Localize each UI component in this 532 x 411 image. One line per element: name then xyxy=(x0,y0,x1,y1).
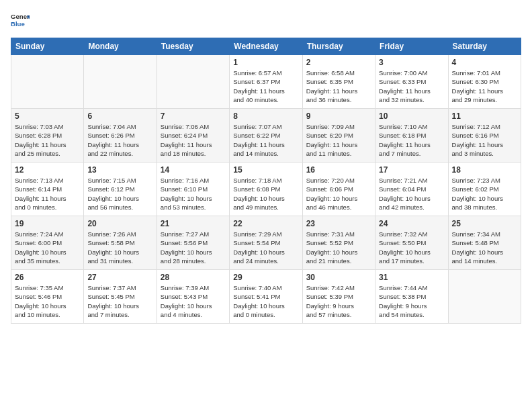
weekday-header-saturday: Saturday xyxy=(448,38,521,55)
calendar-cell: 17Sunrise: 7:21 AM Sunset: 6:04 PM Dayli… xyxy=(375,163,448,216)
day-number: 23 xyxy=(306,219,371,228)
calendar-cell: 6Sunrise: 7:04 AM Sunset: 6:26 PM Daylig… xyxy=(84,109,157,163)
svg-text:Blue: Blue xyxy=(11,20,25,28)
svg-text:General: General xyxy=(11,13,30,20)
day-number: 10 xyxy=(379,111,444,121)
day-number: 5 xyxy=(15,111,80,121)
day-info: Sunrise: 7:04 AM Sunset: 6:26 PM Dayligh… xyxy=(87,122,152,158)
day-number: 22 xyxy=(233,219,298,228)
calendar-cell: 15Sunrise: 7:18 AM Sunset: 6:08 PM Dayli… xyxy=(230,163,302,216)
calendar-cell: 10Sunrise: 7:10 AM Sunset: 6:18 PM Dayli… xyxy=(375,109,448,163)
day-number: 8 xyxy=(233,111,298,121)
day-info: Sunrise: 7:16 AM Sunset: 6:10 PM Dayligh… xyxy=(161,176,226,212)
day-info: Sunrise: 7:21 AM Sunset: 6:04 PM Dayligh… xyxy=(379,176,444,212)
calendar-cell: 1Sunrise: 6:57 AM Sunset: 6:37 PM Daylig… xyxy=(230,55,302,109)
calendar-cell: 12Sunrise: 7:13 AM Sunset: 6:14 PM Dayli… xyxy=(11,163,84,216)
calendar-cell: 4Sunrise: 7:01 AM Sunset: 6:30 PM Daylig… xyxy=(448,55,521,109)
day-number: 15 xyxy=(233,165,298,175)
day-number: 17 xyxy=(379,165,444,175)
weekday-header-row: SundayMondayTuesdayWednesdayThursdayFrid… xyxy=(11,38,521,55)
calendar-cell: 8Sunrise: 7:07 AM Sunset: 6:22 PM Daylig… xyxy=(230,109,302,163)
day-number: 26 xyxy=(15,273,80,282)
weekday-header-thursday: Thursday xyxy=(302,38,375,55)
day-info: Sunrise: 6:57 AM Sunset: 6:37 PM Dayligh… xyxy=(233,68,298,104)
calendar-cell: 26Sunrise: 7:35 AM Sunset: 5:46 PM Dayli… xyxy=(11,270,84,324)
calendar-cell: 21Sunrise: 7:27 AM Sunset: 5:56 PM Dayli… xyxy=(157,216,229,270)
day-info: Sunrise: 7:34 AM Sunset: 5:48 PM Dayligh… xyxy=(452,230,517,265)
calendar-cell xyxy=(157,55,229,109)
calendar-week-1: 1Sunrise: 6:57 AM Sunset: 6:37 PM Daylig… xyxy=(11,55,521,109)
day-info: Sunrise: 7:27 AM Sunset: 5:56 PM Dayligh… xyxy=(161,230,226,265)
day-number: 6 xyxy=(87,111,152,121)
day-number: 30 xyxy=(306,273,371,282)
calendar-cell: 19Sunrise: 7:24 AM Sunset: 6:00 PM Dayli… xyxy=(11,216,84,270)
calendar-cell: 24Sunrise: 7:32 AM Sunset: 5:50 PM Dayli… xyxy=(375,216,448,270)
logo: General Blue xyxy=(11,11,30,30)
day-info: Sunrise: 7:07 AM Sunset: 6:22 PM Dayligh… xyxy=(233,122,298,158)
weekday-header-wednesday: Wednesday xyxy=(230,38,302,55)
day-number: 28 xyxy=(161,273,226,282)
day-info: Sunrise: 7:01 AM Sunset: 6:30 PM Dayligh… xyxy=(452,68,517,104)
day-number: 24 xyxy=(379,219,444,228)
day-info: Sunrise: 7:23 AM Sunset: 6:02 PM Dayligh… xyxy=(452,176,517,212)
day-number: 19 xyxy=(15,219,80,228)
day-number: 4 xyxy=(452,58,517,67)
day-number: 18 xyxy=(452,165,517,175)
day-info: Sunrise: 7:10 AM Sunset: 6:18 PM Dayligh… xyxy=(379,122,444,158)
weekday-header-sunday: Sunday xyxy=(11,38,84,55)
day-info: Sunrise: 7:39 AM Sunset: 5:43 PM Dayligh… xyxy=(161,283,226,319)
day-number: 3 xyxy=(379,58,444,67)
day-number: 31 xyxy=(379,273,444,282)
day-info: Sunrise: 7:00 AM Sunset: 6:33 PM Dayligh… xyxy=(379,68,444,104)
day-number: 27 xyxy=(87,273,152,282)
day-info: Sunrise: 7:15 AM Sunset: 6:12 PM Dayligh… xyxy=(87,176,152,212)
day-info: Sunrise: 7:42 AM Sunset: 5:39 PM Dayligh… xyxy=(306,283,371,319)
day-info: Sunrise: 7:29 AM Sunset: 5:54 PM Dayligh… xyxy=(233,230,298,265)
calendar-cell: 2Sunrise: 6:58 AM Sunset: 6:35 PM Daylig… xyxy=(302,55,375,109)
day-info: Sunrise: 7:09 AM Sunset: 6:20 PM Dayligh… xyxy=(306,122,371,158)
page-header: General Blue xyxy=(11,11,521,30)
day-info: Sunrise: 7:32 AM Sunset: 5:50 PM Dayligh… xyxy=(379,230,444,265)
calendar-cell: 29Sunrise: 7:40 AM Sunset: 5:41 PM Dayli… xyxy=(230,270,302,324)
logo-icon: General Blue xyxy=(11,11,30,30)
day-number: 25 xyxy=(452,219,517,228)
day-number: 2 xyxy=(306,58,371,67)
calendar-cell: 14Sunrise: 7:16 AM Sunset: 6:10 PM Dayli… xyxy=(157,163,229,216)
calendar-cell: 3Sunrise: 7:00 AM Sunset: 6:33 PM Daylig… xyxy=(375,55,448,109)
calendar-cell: 16Sunrise: 7:20 AM Sunset: 6:06 PM Dayli… xyxy=(302,163,375,216)
calendar-cell: 9Sunrise: 7:09 AM Sunset: 6:20 PM Daylig… xyxy=(302,109,375,163)
weekday-header-monday: Monday xyxy=(84,38,157,55)
calendar-cell: 31Sunrise: 7:44 AM Sunset: 5:38 PM Dayli… xyxy=(375,270,448,324)
day-info: Sunrise: 7:31 AM Sunset: 5:52 PM Dayligh… xyxy=(306,230,371,265)
day-info: Sunrise: 7:13 AM Sunset: 6:14 PM Dayligh… xyxy=(15,176,80,212)
day-info: Sunrise: 7:37 AM Sunset: 5:45 PM Dayligh… xyxy=(87,283,152,319)
calendar-cell xyxy=(448,270,521,324)
calendar-cell: 30Sunrise: 7:42 AM Sunset: 5:39 PM Dayli… xyxy=(302,270,375,324)
day-number: 7 xyxy=(161,111,226,121)
calendar-cell: 18Sunrise: 7:23 AM Sunset: 6:02 PM Dayli… xyxy=(448,163,521,216)
day-info: Sunrise: 7:26 AM Sunset: 5:58 PM Dayligh… xyxy=(87,230,152,265)
calendar-cell: 7Sunrise: 7:06 AM Sunset: 6:24 PM Daylig… xyxy=(157,109,229,163)
day-info: Sunrise: 7:12 AM Sunset: 6:16 PM Dayligh… xyxy=(452,122,517,158)
calendar-cell xyxy=(11,55,84,109)
day-info: Sunrise: 7:35 AM Sunset: 5:46 PM Dayligh… xyxy=(15,283,80,319)
calendar-week-3: 12Sunrise: 7:13 AM Sunset: 6:14 PM Dayli… xyxy=(11,163,521,216)
day-info: Sunrise: 6:58 AM Sunset: 6:35 PM Dayligh… xyxy=(306,68,371,104)
day-info: Sunrise: 7:06 AM Sunset: 6:24 PM Dayligh… xyxy=(161,122,226,158)
calendar-cell: 28Sunrise: 7:39 AM Sunset: 5:43 PM Dayli… xyxy=(157,270,229,324)
calendar-cell: 5Sunrise: 7:03 AM Sunset: 6:28 PM Daylig… xyxy=(11,109,84,163)
calendar-cell: 27Sunrise: 7:37 AM Sunset: 5:45 PM Dayli… xyxy=(84,270,157,324)
day-info: Sunrise: 7:03 AM Sunset: 6:28 PM Dayligh… xyxy=(15,122,80,158)
calendar-cell xyxy=(84,55,157,109)
calendar-week-5: 26Sunrise: 7:35 AM Sunset: 5:46 PM Dayli… xyxy=(11,270,521,324)
day-info: Sunrise: 7:44 AM Sunset: 5:38 PM Dayligh… xyxy=(379,283,444,319)
day-number: 11 xyxy=(452,111,517,121)
day-number: 1 xyxy=(233,58,298,67)
day-info: Sunrise: 7:18 AM Sunset: 6:08 PM Dayligh… xyxy=(233,176,298,212)
calendar-cell: 11Sunrise: 7:12 AM Sunset: 6:16 PM Dayli… xyxy=(448,109,521,163)
day-number: 14 xyxy=(161,165,226,175)
day-number: 21 xyxy=(161,219,226,228)
day-number: 29 xyxy=(233,273,298,282)
weekday-header-friday: Friday xyxy=(375,38,448,55)
day-info: Sunrise: 7:24 AM Sunset: 6:00 PM Dayligh… xyxy=(15,230,80,265)
